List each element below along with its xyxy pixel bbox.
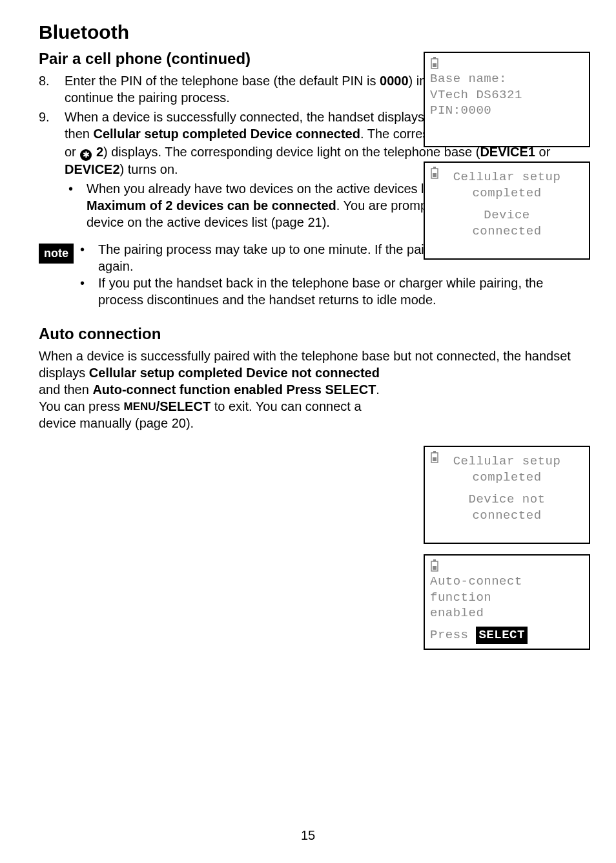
bold-text: Cellular setup completed Device not conn… <box>89 366 380 380</box>
text: Enter the PIN of the telephone base (the… <box>65 74 380 88</box>
lcd-press-select: Press SELECT <box>430 627 584 644</box>
svg-rect-5 <box>433 173 436 177</box>
lcd-line: Base name: <box>430 71 584 87</box>
battery-icon <box>430 57 439 70</box>
lcd-line: completed <box>430 185 584 202</box>
lcd-line: VTech DS6321 <box>430 87 584 103</box>
text: When a device is successfully connected,… <box>65 110 428 124</box>
lcd-line: Cellular setup <box>430 169 584 185</box>
svg-rect-2 <box>433 63 436 67</box>
auto-connection-paragraph: When a device is successfully paired wit… <box>39 348 577 432</box>
lcd-line: completed <box>430 470 584 486</box>
page-title: Bluetooth <box>39 19 577 45</box>
step-number: 9. <box>39 109 65 231</box>
pin-value: 0000 <box>380 74 409 88</box>
lcd-line: PIN:0000 <box>430 103 584 119</box>
bold-text: Auto-connect function enabled Press SELE… <box>92 382 376 397</box>
bluetooth-icon: ✱ <box>80 149 92 161</box>
lcd-line: Device not <box>430 492 584 508</box>
bold-text: Maximum of 2 devices can be connected <box>87 198 336 213</box>
lcd-pin-box: Base name: VTech DS6321 PIN:0000 <box>424 52 590 147</box>
lcd-line: Cellular setup <box>430 453 584 470</box>
lcd-select-inverted: SELECT <box>476 627 527 644</box>
bold-text: Cellular setup completed Device connecte… <box>93 127 360 141</box>
section-heading: Auto connection <box>39 324 577 344</box>
lcd-line: connected <box>430 224 584 240</box>
text: . <box>376 382 380 397</box>
step-number: 8. <box>39 72 65 106</box>
svg-rect-8 <box>433 457 436 461</box>
lcd-line: Auto-connect <box>430 574 584 590</box>
text: or <box>65 145 79 159</box>
lcd-press-label: Press <box>430 628 469 642</box>
text: You can press <box>39 399 124 413</box>
page-number: 15 <box>0 827 616 844</box>
lcd-line: function <box>430 590 584 606</box>
lcd-autoconnect-box: Auto-connect function enabled Press SELE… <box>424 554 590 650</box>
lcd-connected-box: Cellular setup completed Device connecte… <box>424 161 590 260</box>
icon-label: 2 <box>92 145 103 159</box>
menu-select-label: /SELECT <box>156 399 210 413</box>
bold-text: DEVICE2 <box>65 162 120 176</box>
lcd-line: connected <box>430 508 584 524</box>
menu-smallcaps: MENU <box>124 400 156 413</box>
svg-rect-11 <box>433 566 436 570</box>
lcd-line: Device <box>430 207 584 224</box>
text: If you put the handset back in the telep… <box>98 275 577 308</box>
text: ) turns on. <box>120 162 178 176</box>
note-item: If you put the handset back in the telep… <box>76 275 577 308</box>
battery-icon <box>430 559 439 572</box>
note-badge: note <box>39 244 74 264</box>
lcd-not-connected-box: Cellular setup completed Device not conn… <box>424 446 590 544</box>
lcd-line: enabled <box>430 605 584 621</box>
